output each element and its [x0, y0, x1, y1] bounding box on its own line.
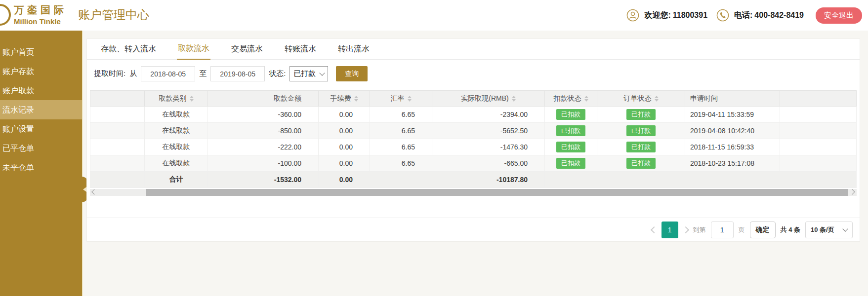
cell-rmb: -2394.00 [432, 107, 545, 123]
total-label: 合计 [145, 172, 208, 188]
brand-name-zh: 万銮国际 [14, 3, 67, 17]
goto-label: 到第 [693, 225, 706, 234]
sort-icon[interactable] [655, 96, 659, 102]
prev-page-icon[interactable] [650, 226, 657, 233]
date-from-input[interactable] [141, 66, 195, 81]
chevron-down-icon [320, 70, 325, 75]
debit-status-badge: 已扣款 [556, 158, 585, 169]
from-label: 从 [129, 69, 137, 78]
scrollbar-thumb[interactable] [146, 189, 848, 196]
col-fee: 手续费 [319, 91, 370, 107]
sort-icon[interactable] [408, 96, 412, 102]
order-status-badge: 已打款 [626, 109, 656, 120]
cell-time: 2018-10-23 15:17:08 [685, 155, 780, 172]
table-row: 在线取款 -850.00 0.00 6.65 -5652.50 已扣款 已打款 … [90, 123, 857, 139]
total-count: 共 4 条 [781, 225, 800, 234]
page-size-select[interactable]: 10 条/页 [805, 222, 853, 238]
withdraw-table: 取款类别 取款金额 手续费 汇率 实际取现(RMB) 扣款状态 订单状态 申请时… [90, 90, 857, 188]
sidebar-item-withdraw[interactable]: 账户取款 [0, 81, 82, 100]
table-row: 在线取款 -100.00 0.00 6.65 -665.00 已扣款 已打款 2… [90, 155, 857, 172]
cell-time: 2019-04-08 10:42:40 [685, 123, 780, 139]
col-order-status: 订单状态 [597, 91, 685, 107]
sort-icon[interactable] [584, 96, 588, 102]
col-apply-time: 申请时间 [685, 91, 780, 107]
tab-trade-flow[interactable]: 交易流水 [230, 39, 264, 59]
table-row: 在线取款 -222.00 0.00 6.65 -1476.30 已扣款 已打款 … [90, 139, 857, 155]
pagination-bar: 1 到第 页 确定 共 4 条 10 条/页 [87, 218, 860, 241]
sort-icon[interactable] [512, 96, 516, 102]
welcome-text: 欢迎您:11800391 [644, 10, 707, 21]
next-page-icon[interactable] [682, 226, 689, 233]
cell-fee: 0.00 [319, 155, 370, 172]
date-to-input[interactable] [210, 66, 265, 81]
table-row: 在线取款 -360.00 0.00 6.65 -2394.00 已扣款 已打款 … [90, 107, 857, 123]
account-number: 11800391 [673, 11, 707, 19]
horizontal-scrollbar[interactable] [90, 189, 857, 196]
logout-button[interactable]: 安全退出 [816, 7, 862, 24]
phone-label: 电话: [734, 11, 752, 19]
sidebar-item-transaction-records[interactable]: 流水记录 [0, 100, 82, 119]
chevron-down-icon [842, 226, 848, 231]
cell-time: 2019-04-11 15:33:59 [685, 107, 780, 123]
col-rmb: 实际取现(RMB) [432, 91, 545, 107]
logo-ring-icon [0, 4, 11, 26]
filter-bar: 提取时间: 从 至 状态: 已打款 查询 [94, 66, 860, 81]
sidebar-item-account-settings[interactable]: 账户设置 [0, 119, 82, 139]
cell-type: 在线取款 [145, 107, 208, 123]
tab-transfer-flow[interactable]: 转账流水 [284, 39, 317, 59]
page-word: 页 [739, 225, 745, 234]
to-label: 至 [199, 69, 207, 78]
cell-rate: 6.65 [370, 155, 432, 172]
time-filter-label: 提取时间: [94, 69, 125, 78]
goto-page-input[interactable] [711, 222, 734, 238]
phone-icon [716, 9, 729, 22]
cell-amount: -222.00 [208, 139, 319, 155]
tab-outflow[interactable]: 转出流水 [337, 39, 371, 59]
col-debit-status: 扣款状态 [545, 91, 597, 107]
cell-rmb: -665.00 [432, 155, 545, 172]
main-panel: 存款、转入流水 取款流水 交易流水 转账流水 转出流水 提取时间: 从 至 状态… [86, 38, 860, 242]
table-header-row: 取款类别 取款金额 手续费 汇率 实际取现(RMB) 扣款状态 订单状态 申请时… [90, 91, 857, 107]
cell-type: 在线取款 [145, 155, 208, 172]
total-rmb: -10187.80 [432, 172, 545, 188]
status-select-value: 已打款 [293, 69, 316, 78]
cell-fee: 0.00 [319, 123, 370, 139]
welcome-label: 欢迎您: [644, 11, 670, 19]
table-total-row: 合计 -1532.00 0.00 -10187.80 [90, 172, 857, 188]
sidebar-item-deposit[interactable]: 账户存款 [0, 62, 82, 81]
sidebar-item-closed-positions[interactable]: 已平仓单 [0, 139, 82, 158]
sidebar-item-open-positions[interactable]: 未平仓单 [0, 158, 82, 177]
user-icon [626, 9, 639, 22]
scroll-right-icon[interactable] [849, 189, 855, 194]
tab-withdraw-flow[interactable]: 取款流水 [177, 38, 210, 60]
cell-rate: 6.65 [370, 123, 432, 139]
col-withdraw-amount: 取款金额 [208, 91, 319, 107]
search-button[interactable]: 查询 [336, 66, 368, 81]
collapse-arrow-icon [81, 187, 86, 192]
debit-status-badge: 已扣款 [556, 109, 585, 120]
col-rate: 汇率 [370, 91, 432, 107]
col-empty [90, 91, 145, 107]
debit-status-badge: 已扣款 [556, 142, 585, 152]
total-fee: 0.00 [319, 172, 370, 188]
debit-status-badge: 已扣款 [556, 125, 585, 136]
tab-deposit-inflow[interactable]: 存款、转入流水 [100, 39, 157, 59]
sidebar-item-account-home[interactable]: 账户首页 [0, 42, 82, 62]
total-amount: -1532.00 [208, 172, 319, 188]
cell-rmb: -5652.50 [432, 123, 545, 139]
cell-time: 2018-11-15 16:59:33 [685, 139, 780, 155]
cell-fee: 0.00 [319, 107, 370, 123]
order-status-badge: 已打款 [626, 142, 656, 152]
top-header: 万銮国际 Million Tinkle 账户管理中心 欢迎您:11800391 … [0, 0, 868, 31]
flow-tabs: 存款、转入流水 取款流水 交易流水 转账流水 转出流水 [87, 39, 860, 60]
order-status-badge: 已打款 [626, 125, 656, 136]
phone-text: 电话:400-842-8419 [734, 10, 804, 21]
status-select[interactable]: 已打款 [289, 66, 328, 81]
confirm-page-button[interactable]: 确定 [750, 222, 776, 238]
sort-icon[interactable] [190, 96, 194, 102]
scroll-left-icon[interactable] [91, 189, 97, 194]
order-status-badge: 已打款 [626, 158, 656, 169]
page-1-button[interactable]: 1 [661, 222, 678, 238]
sort-icon[interactable] [354, 96, 358, 102]
page-size-value: 10 条/页 [811, 225, 834, 234]
